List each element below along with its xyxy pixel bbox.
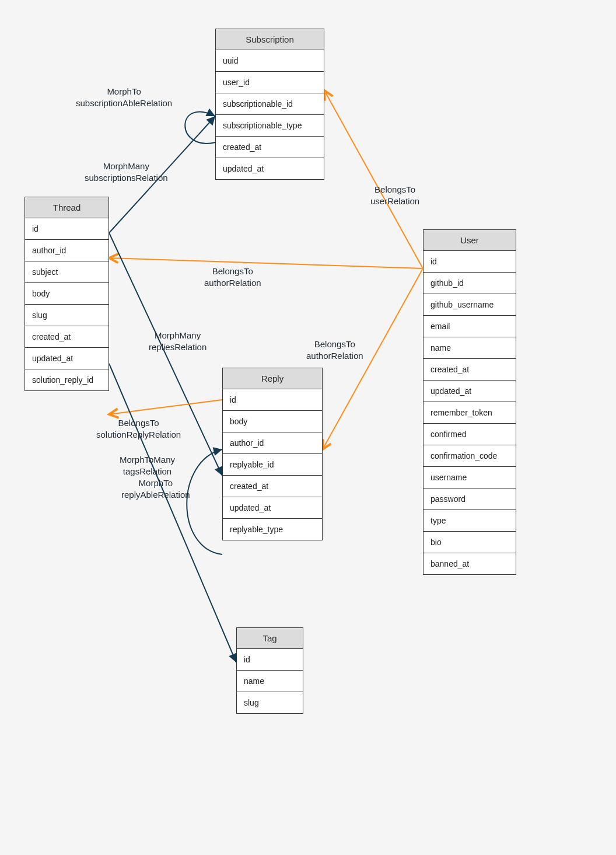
label-morphmany-subscriptions: MorphMany subscriptionsRelation	[85, 160, 168, 183]
entity-title: Subscription	[216, 29, 324, 50]
field: name	[237, 671, 303, 692]
field: name	[424, 337, 516, 359]
field: created_at	[25, 326, 108, 348]
entity-thread: Thread id author_id subject body slug cr…	[24, 197, 109, 391]
field: updated_at	[216, 158, 324, 179]
field: id	[237, 649, 303, 671]
field: type	[424, 510, 516, 532]
edge-morphto-replyable	[187, 449, 222, 554]
field: updated_at	[223, 497, 322, 519]
field: slug	[25, 305, 108, 326]
label-morphmany-replies: MorphMany repliesRelation	[149, 330, 206, 353]
field: created_at	[216, 137, 324, 158]
field: subscriptionable_type	[216, 115, 324, 137]
field: github_username	[424, 294, 516, 316]
field: body	[25, 283, 108, 305]
edge-belongsto-solutionreply-b	[109, 400, 222, 414]
label-belongsto-author-thread: BelongsTo authorRelation	[204, 266, 261, 288]
label-belongsto-user: BelongsTo userRelation	[370, 184, 419, 207]
edge-morphto-subscriptionable	[185, 112, 215, 144]
field: created_at	[223, 476, 322, 497]
field: author_id	[223, 432, 322, 454]
field: banned_at	[424, 553, 516, 574]
field: body	[223, 411, 322, 432]
field: created_at	[424, 359, 516, 381]
entity-title: Thread	[25, 197, 108, 218]
field: author_id	[25, 240, 108, 261]
label-morphto-replyable: MorphTo replyAbleRelation	[121, 477, 190, 500]
field: user_id	[216, 72, 324, 93]
field: slug	[237, 692, 303, 713]
field: updated_at	[424, 381, 516, 402]
label-morphtomany-tags: MorphToMany tagsRelation	[120, 454, 175, 477]
edge-belongsto-solutionreply-a	[109, 400, 222, 414]
field: github_id	[424, 273, 516, 294]
edge-belongsto-user-b	[324, 90, 423, 268]
edge-morphtomany-tags	[109, 364, 236, 662]
label-morphto-subscriptionable: MorphTo subscriptionAbleRelation	[76, 86, 172, 109]
entity-reply: Reply id body author_id replyable_id cre…	[222, 368, 323, 540]
entity-tag: Tag id name slug	[236, 627, 303, 714]
field: subject	[25, 261, 108, 283]
label-belongsto-author-reply: BelongsTo authorRelation	[306, 338, 363, 361]
field: remember_token	[424, 402, 516, 424]
field: solution_reply_id	[25, 369, 108, 390]
field: bio	[424, 532, 516, 553]
field: confirmation_code	[424, 445, 516, 467]
field: password	[424, 488, 516, 510]
entity-user: User id github_id github_username email …	[423, 229, 516, 575]
entity-title: Reply	[223, 368, 322, 389]
entity-title: Tag	[237, 628, 303, 649]
field: id	[25, 218, 108, 240]
edge-belongsto-user-a	[324, 90, 423, 268]
entity-subscription: Subscription uuid user_id subscriptionab…	[215, 29, 324, 180]
field: username	[424, 467, 516, 488]
field: uuid	[216, 50, 324, 72]
field: replyable_type	[223, 519, 322, 540]
field: replyable_id	[223, 454, 322, 476]
edge-belongsto-author-thread-a	[109, 258, 423, 268]
entity-title: User	[424, 230, 516, 251]
field: id	[223, 389, 322, 411]
field: confirmed	[424, 424, 516, 445]
field: id	[424, 251, 516, 273]
er-diagram-canvas: { "entities": { "subscription": { "title…	[0, 0, 616, 855]
field: updated_at	[25, 348, 108, 369]
field: email	[424, 316, 516, 337]
edge-belongsto-author-thread-b	[109, 258, 423, 268]
label-belongsto-solutionreply: BelongsTo solutionReplyRelation	[96, 417, 181, 440]
field: subscriptionable_id	[216, 93, 324, 115]
